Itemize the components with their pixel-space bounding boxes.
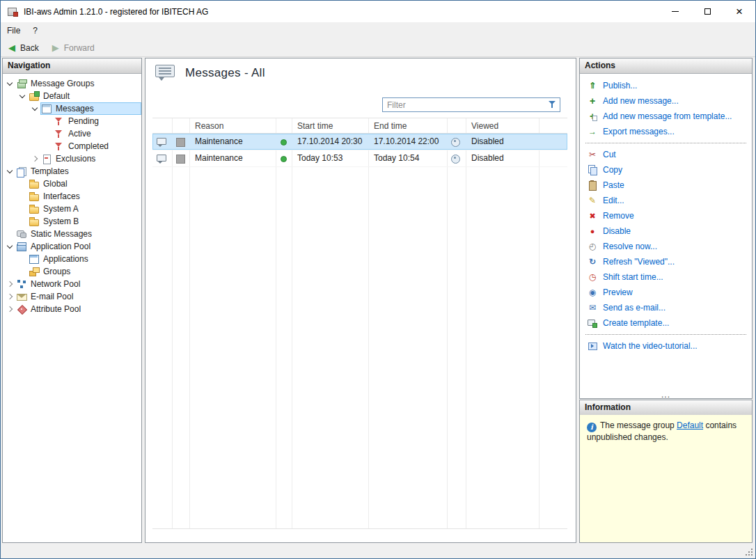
message-group-icon [29,90,40,102]
tree-item-exclusions[interactable]: Exclusions [3,152,141,165]
workspace: Navigation Message GroupsDefaultMessages… [1,57,755,544]
menu-help[interactable]: ? [26,22,44,39]
action-label: Cut [603,150,616,159]
chevron-expanded-icon[interactable] [29,102,40,115]
action-remove[interactable]: Remove [580,208,752,223]
column-separator [292,118,292,528]
action-cut[interactable]: Cut [580,147,752,162]
action-publish[interactable]: Publish... [580,78,752,93]
actions-splitter[interactable]: ... [580,391,752,398]
action-create-template[interactable]: Create template... [580,315,752,331]
tree-indent [3,127,42,140]
action-disable[interactable]: Disable [580,223,752,239]
cell-end-time: Today 10:54 [368,150,447,166]
resize-grip[interactable] [744,547,753,556]
action-preview[interactable]: Preview [580,285,752,300]
tree-item-groups[interactable]: Groups [3,265,141,278]
tree-indent [3,215,17,228]
action-refresh-viewed[interactable]: Refresh "Viewed"... [580,254,752,269]
tree-item-content: E-mail Pool [15,290,141,303]
action-label: Refresh "Viewed"... [603,257,675,267]
actions-separator [585,334,746,335]
column-header-start[interactable]: Start time [292,121,368,131]
action-resolve-now[interactable]: Resolve now... [580,239,752,254]
action-add-new-message[interactable]: Add new message... [580,93,752,109]
action-watch-the-video-tutorial[interactable]: Watch the video-tutorial... [580,338,752,354]
tree-item-label: Completed [66,141,111,151]
table-row[interactable]: MaintenanceToday 10:53Today 10:54Disable… [152,150,567,167]
chevron-collapsed-icon[interactable] [4,290,15,303]
info-default-link[interactable]: Default [677,420,703,430]
cell-start-time: Today 10:53 [292,150,368,166]
tree-item-interfaces[interactable]: Interfaces [3,190,141,203]
column-separator [539,118,540,528]
add-message-from-template-icon [587,111,598,122]
chevron-expanded-icon[interactable] [17,90,28,102]
flag-icon [175,153,186,164]
column-header-viewed[interactable]: Viewed [466,121,539,131]
table-row[interactable]: Maintenance17.10.2014 20:3017.10.2014 22… [152,134,567,150]
chevron-expanded-icon[interactable] [4,240,15,253]
column-header-reason[interactable]: Reason [189,121,276,131]
chevron-spacer [17,190,28,203]
forward-button[interactable]: Forward [45,40,100,56]
tree-item-system-a[interactable]: System A [3,203,141,215]
action-send-as-e-mail[interactable]: Send as e-mail... [580,300,752,315]
maximize-button[interactable] [691,1,723,22]
tree-item-default[interactable]: Default [3,90,141,102]
action-edit[interactable]: Edit... [580,193,752,208]
tree-item-global[interactable]: Global [3,178,141,190]
tree-item-application-pool[interactable]: Application Pool [3,240,141,253]
action-copy[interactable]: Copy [580,162,752,178]
tree-indent [3,253,17,265]
tree-item-network-pool[interactable]: Network Pool [3,278,141,290]
maximize-icon [704,8,711,15]
tree-item-system-b[interactable]: System B [3,215,141,228]
tree-indent [3,102,29,115]
tree-item-templates[interactable]: Templates [3,165,141,178]
tree-item-content: Attribute Pool [15,303,141,315]
edit-icon [587,195,598,206]
back-button[interactable]: Back [1,40,45,56]
cell-viewed: Disabled [466,134,539,150]
tree-item-label: Global [41,179,70,189]
chevron-collapsed-icon[interactable] [29,152,40,165]
tree-item-attribute-pool[interactable]: Attribute Pool [3,303,141,315]
action-paste[interactable]: Paste [580,178,752,193]
tree-item-applications[interactable]: Applications [3,253,141,265]
chevron-expanded-icon[interactable] [4,77,15,90]
menu-file[interactable]: File [1,22,26,39]
tree-item-label: Application Pool [29,242,93,251]
tree-item-messages[interactable]: Messages [3,102,141,115]
tree-item-message-groups[interactable]: Message Groups [3,77,141,90]
shift-start-time-icon [587,271,598,283]
close-button[interactable] [723,1,755,22]
message-bubble-icon [156,136,167,148]
tree-item-content: Static Messages [15,228,141,240]
action-export-messages[interactable]: Export messages... [580,124,752,139]
action-add-new-message-from-template[interactable]: Add new message from template... [580,109,752,124]
viewed-state-icon [450,153,462,164]
filter-funnel-icon[interactable] [549,101,557,109]
tree-item-active[interactable]: Active [3,127,141,140]
tree-item-pending[interactable]: Pending [3,115,141,127]
column-separator [189,118,190,528]
tree-item-completed[interactable]: Completed [3,140,141,152]
minimize-button[interactable] [659,1,691,22]
tree-item-label: Exclusions [54,154,97,164]
chevron-expanded-icon[interactable] [4,165,15,178]
tree-item-static-messages[interactable]: Static Messages [3,228,141,240]
column-header-end[interactable]: End time [368,121,447,131]
tree-item-e-mail-pool[interactable]: E-mail Pool [3,290,141,303]
messages-icon [155,65,175,81]
video-tutorial-icon [587,340,598,352]
app-icon [7,6,18,17]
filter-input[interactable] [382,97,560,112]
action-label: Preview [603,288,633,297]
actions-panel: Actions Publish...Add new message...Add … [579,58,753,399]
action-shift-start-time[interactable]: Shift start time... [580,269,752,285]
filter-completed-icon [54,141,65,152]
folder-icon [29,178,40,189]
chevron-collapsed-icon[interactable] [4,278,15,290]
chevron-collapsed-icon[interactable] [4,303,15,315]
